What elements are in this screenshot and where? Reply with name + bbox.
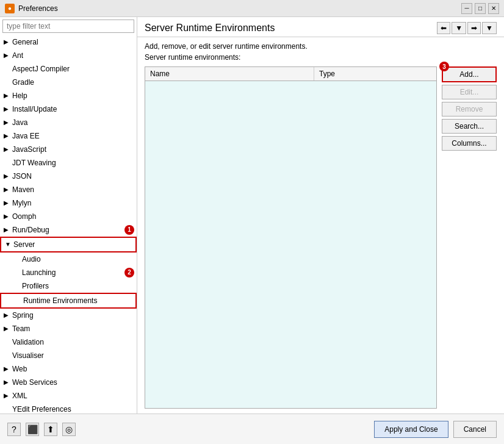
sidebar-item-server[interactable]: ▼ Server (0, 237, 137, 252)
help-icon-button[interactable]: ? (7, 423, 21, 436)
sidebar-item-jdt-weaving[interactable]: JDT Weaving (0, 156, 137, 170)
col-type: Type (314, 67, 436, 81)
sidebar-item-install-update[interactable]: ▶ Install/Update (0, 102, 137, 116)
cancel-button[interactable]: Cancel (453, 421, 497, 438)
sidebar-item-aspectj[interactable]: AspectJ Compiler (0, 62, 137, 76)
add-button[interactable]: Add... (442, 66, 497, 82)
sidebar-item-maven[interactable]: ▶ Maven (0, 183, 137, 196)
sidebar-item-audio[interactable]: Audio (0, 252, 137, 266)
sidebar-item-yedit[interactable]: YEdit Preferences (0, 403, 137, 414)
app-icon: ● (5, 4, 15, 13)
search-button[interactable]: Search... (442, 119, 497, 134)
environments-table: Name Type (145, 66, 437, 409)
sidebar-item-launching[interactable]: Launching 2 (0, 266, 137, 279)
sidebar-item-visualiser[interactable]: Visualiser (0, 349, 137, 362)
sidebar: ▶ General ▶ Ant AspectJ Compiler Gradle … (0, 17, 137, 414)
sidebar-item-run-debug[interactable]: ▶ Run/Debug 1 (0, 223, 137, 237)
expand-arrow: ▶ (4, 171, 12, 182)
panel-header: Server Runtime Environments ⬅ ▼ ➡ ▼ (137, 17, 504, 37)
sidebar-item-oomph[interactable]: ▶ Oomph (0, 210, 137, 223)
badge-2: 2 (124, 268, 134, 278)
expand-arrow: ▶ (4, 224, 12, 235)
nav-forward-dropdown-button[interactable]: ▼ (482, 22, 497, 34)
sidebar-item-javascript[interactable]: ▶ JavaScript (0, 143, 137, 156)
edit-button[interactable]: Edit... (442, 85, 497, 99)
col-name: Name (145, 67, 314, 81)
sidebar-item-general[interactable]: ▶ General (0, 35, 137, 49)
action-buttons: 3 Add... Edit... Remove Search... Column… (442, 66, 497, 409)
badge-3: 3 (439, 62, 449, 71)
sidebar-item-web[interactable]: ▶ Web (0, 362, 137, 376)
sidebar-item-ant[interactable]: ▶ Ant (0, 49, 137, 62)
sidebar-item-gradle[interactable]: Gradle (0, 76, 137, 89)
expand-arrow: ▶ (4, 37, 12, 48)
expand-arrow: ▶ (4, 198, 12, 209)
sidebar-item-help[interactable]: ▶ Help (0, 89, 137, 102)
expand-arrow: ▶ (4, 117, 12, 128)
minimize-button[interactable]: ─ (461, 3, 472, 14)
expand-arrow: ▶ (4, 144, 12, 155)
table-header: Name Type (145, 67, 436, 81)
expand-arrow: ▶ (4, 50, 12, 61)
nav-forward-button[interactable]: ➡ (467, 22, 481, 34)
sidebar-item-mylyn[interactable]: ▶ Mylyn (0, 196, 137, 210)
nav-dropdown-button[interactable]: ▼ (452, 22, 466, 34)
panel-title: Server Runtime Environments (145, 23, 275, 34)
filter-input[interactable] (2, 20, 134, 33)
table-body (145, 81, 436, 408)
sidebar-item-web-services[interactable]: ▶ Web Services (0, 376, 137, 389)
expand-arrow: ▶ (4, 90, 12, 101)
maximize-button[interactable]: □ (475, 3, 486, 14)
remove-button[interactable]: Remove (442, 102, 497, 116)
expand-arrow: ▶ (4, 363, 12, 374)
close-button[interactable]: ✕ (488, 3, 499, 14)
sidebar-item-java-ee[interactable]: ▶ Java EE (0, 129, 137, 143)
badge-1: 1 (124, 225, 134, 235)
expand-arrow: ▶ (4, 184, 12, 195)
sidebar-item-json[interactable]: ▶ JSON (0, 170, 137, 183)
columns-button[interactable]: Columns... (442, 136, 497, 151)
panel-body: Name Type 3 Add... Edit... Remove Search… (137, 64, 504, 414)
nav-back-button[interactable]: ⬅ (437, 22, 450, 34)
sidebar-item-profilers[interactable]: Profilers (0, 279, 137, 293)
import-icon-button[interactable]: ⬆ (44, 423, 57, 436)
tree-container: ▶ General ▶ Ant AspectJ Compiler Gradle … (0, 35, 137, 414)
expand-arrow: ▶ (4, 310, 12, 321)
title-bar: ● Preferences ─ □ ✕ (0, 0, 504, 17)
footer: ? ⬛ ⬆ ◎ Apply and Close Cancel (0, 414, 504, 444)
sidebar-item-spring[interactable]: ▶ Spring (0, 309, 137, 322)
expand-arrow: ▶ (4, 323, 12, 334)
panel-description: Add, remove, or edit server runtime envi… (137, 37, 504, 53)
window-title: Preferences (18, 4, 461, 13)
expand-arrow: ▶ (4, 390, 12, 401)
sidebar-item-team[interactable]: ▶ Team (0, 322, 137, 335)
expand-arrow: ▶ (4, 377, 12, 388)
right-panel: Server Runtime Environments ⬅ ▼ ➡ ▼ Add,… (137, 17, 504, 414)
apply-close-button[interactable]: Apply and Close (374, 421, 448, 438)
expand-arrow: ▶ (4, 211, 12, 222)
expand-arrow: ▼ (5, 239, 13, 250)
sidebar-item-validation[interactable]: Validation (0, 335, 137, 349)
sidebar-item-runtime-environments[interactable]: Runtime Environments (0, 293, 137, 309)
footer-icons: ? ⬛ ⬆ ◎ (7, 423, 76, 436)
footer-buttons: Apply and Close Cancel (374, 421, 497, 438)
panel-subtitle: Server runtime environments: (137, 53, 504, 64)
expand-arrow: ▶ (4, 131, 12, 141)
add-btn-wrapper: 3 Add... (442, 66, 497, 82)
sidebar-item-java[interactable]: ▶ Java (0, 116, 137, 129)
export-icon-button[interactable]: ⬛ (26, 423, 39, 436)
settings-icon-button[interactable]: ◎ (62, 423, 76, 436)
expand-arrow: ▶ (4, 104, 12, 115)
sidebar-item-xml[interactable]: ▶ XML (0, 389, 137, 403)
